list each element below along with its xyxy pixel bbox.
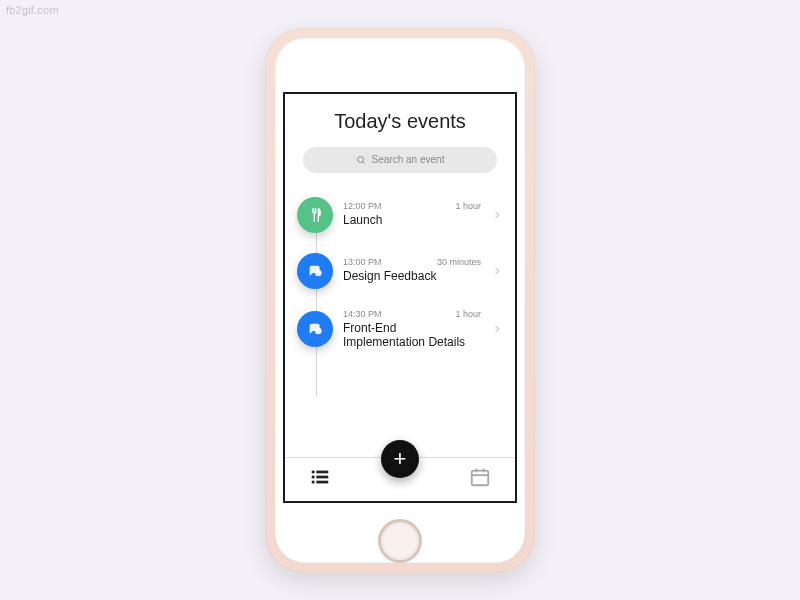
event-list: 12:00 PM 1 hour Launch 13:00 PM [285, 183, 515, 457]
chat-icon [297, 253, 333, 289]
event-title: Front-End Implementation Details [343, 321, 481, 350]
event-duration: 30 minutes [437, 257, 481, 267]
list-view-tab[interactable] [309, 466, 331, 492]
svg-rect-9 [316, 481, 328, 484]
phone-frame: Today's events Search an event 12:00 PM [265, 28, 535, 573]
add-event-button[interactable]: + [381, 440, 419, 478]
chevron-right-icon [491, 323, 503, 335]
chevron-right-icon [491, 209, 503, 221]
svg-rect-7 [316, 476, 328, 479]
fork-knife-icon [297, 197, 333, 233]
event-title: Design Feedback [343, 269, 481, 283]
svg-rect-4 [312, 471, 315, 474]
event-row[interactable]: 13:00 PM 30 minutes Design Feedback [297, 243, 503, 299]
event-time: 13:00 PM [343, 257, 382, 267]
watermark: fb2gif.com [6, 4, 59, 16]
svg-line-1 [362, 161, 364, 163]
event-title: Launch [343, 213, 481, 227]
event-time: 14:30 PM [343, 309, 382, 319]
search-placeholder: Search an event [372, 154, 445, 165]
svg-point-2 [315, 269, 322, 276]
phone-bezel: Today's events Search an event 12:00 PM [275, 38, 525, 563]
event-body: 14:30 PM 1 hour Front-End Implementation… [343, 309, 481, 350]
event-body: 12:00 PM 1 hour Launch [343, 201, 481, 227]
event-duration: 1 hour [455, 309, 481, 319]
svg-rect-6 [312, 476, 315, 479]
svg-rect-10 [472, 471, 489, 486]
calendar-view-tab[interactable] [469, 466, 491, 492]
plus-icon: + [394, 446, 407, 472]
search-input[interactable]: Search an event [303, 147, 497, 173]
tab-bar: + [285, 457, 515, 501]
event-body: 13:00 PM 30 minutes Design Feedback [343, 257, 481, 283]
svg-point-3 [315, 328, 322, 335]
svg-point-0 [357, 156, 363, 162]
home-button[interactable] [378, 519, 422, 563]
event-duration: 1 hour [455, 201, 481, 211]
event-row[interactable]: 12:00 PM 1 hour Launch [297, 187, 503, 243]
app-screen: Today's events Search an event 12:00 PM [283, 92, 517, 503]
svg-rect-8 [312, 481, 315, 484]
svg-rect-5 [316, 471, 328, 474]
search-icon [356, 155, 366, 165]
chat-icon [297, 311, 333, 347]
chevron-right-icon [491, 265, 503, 277]
event-time: 12:00 PM [343, 201, 382, 211]
page-title: Today's events [285, 94, 515, 141]
event-row[interactable]: 14:30 PM 1 hour Front-End Implementation… [297, 299, 503, 360]
